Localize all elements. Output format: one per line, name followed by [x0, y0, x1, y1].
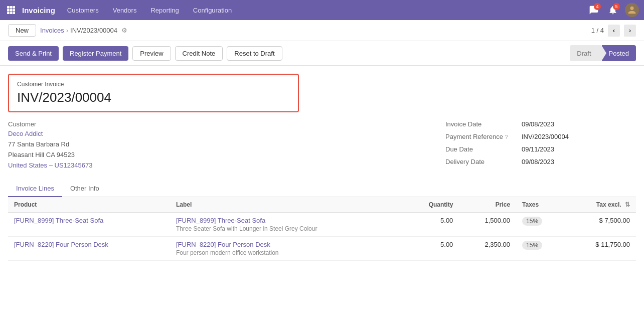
settings-icon[interactable]: ⚙	[121, 27, 127, 34]
invoice-number: INV/2023/00004	[17, 90, 290, 105]
menu-customers[interactable]: Customers	[65, 6, 101, 15]
due-date-row: Due Date 09/11/2023	[445, 145, 636, 153]
svg-rect-2	[13, 6, 15, 9]
row1-price: 1,500.00	[459, 213, 516, 237]
row2-tax-badge: 15%	[522, 241, 542, 250]
row2-price: 2,350.00	[459, 237, 516, 261]
sort-icon[interactable]: ⇅	[625, 201, 630, 208]
pagination: 1 / 4 ‹ ›	[591, 25, 636, 37]
row1-product-link[interactable]: [FURN_8999] Three-Seat Sofa	[14, 217, 103, 224]
row1-tax: 15%	[516, 213, 565, 237]
pagination-next[interactable]: ›	[624, 25, 636, 37]
svg-rect-6	[7, 12, 10, 14]
user-avatar[interactable]	[625, 3, 639, 17]
tab-other-info[interactable]: Other Info	[62, 181, 107, 197]
invoice-type-label: Customer Invoice	[17, 81, 290, 88]
svg-rect-7	[10, 12, 13, 14]
breadcrumb: Invoices › INV/2023/00004 ⚙	[40, 27, 127, 34]
payment-ref-label: Payment Reference ?	[445, 133, 516, 140]
row2-label-main[interactable]: [FURN_8220] Four Person Desk	[176, 241, 398, 248]
tab-list: Invoice Lines Other Info	[8, 181, 636, 197]
due-date-label: Due Date	[445, 145, 516, 153]
app-name: Invoicing	[22, 6, 55, 15]
svg-rect-8	[13, 12, 15, 14]
payment-ref-value: INV/2023/00004	[522, 133, 569, 140]
customer-label: Customer	[8, 120, 92, 128]
right-fields: Invoice Date 09/08/2023 Payment Referenc…	[445, 120, 636, 171]
row1-label-main[interactable]: [FURN_8999] Three-Seat Sofa	[176, 217, 398, 224]
row2-product-link[interactable]: [FURN_8220] Four Person Desk	[14, 241, 108, 248]
invoice-date-row: Invoice Date 09/08/2023	[445, 120, 636, 128]
breadcrumb-left: New Invoices › INV/2023/00004 ⚙	[8, 24, 127, 37]
grid-icon[interactable]	[5, 4, 17, 16]
customer-name[interactable]: Deco Addict	[8, 130, 43, 137]
breadcrumb-current: INV/2023/00004	[70, 27, 117, 34]
svg-rect-0	[7, 6, 10, 9]
row1-quantity: 5.00	[404, 213, 459, 237]
register-payment-button[interactable]: Register Payment	[63, 46, 128, 61]
info-section: Customer Deco Addict 77 Santa Barbara Rd…	[8, 120, 636, 171]
invoice-date-label: Invoice Date	[445, 120, 516, 128]
menu-configuration[interactable]: Configuration	[191, 6, 234, 15]
reset-draft-button[interactable]: Reset to Draft	[227, 46, 282, 61]
row2-quantity: 5.00	[404, 237, 459, 261]
tabs: Invoice Lines Other Info	[8, 181, 636, 197]
payment-ref-row: Payment Reference ? INV/2023/00004	[445, 133, 636, 140]
breadcrumb-bar: New Invoices › INV/2023/00004 ⚙ 1 / 4 ‹ …	[0, 20, 644, 41]
due-date-value: 09/11/2023	[522, 145, 554, 153]
row2-tax: 15%	[516, 237, 565, 261]
row2-label: [FURN_8220] Four Person Desk Four person…	[170, 237, 404, 261]
top-menu: Customers Vendors Reporting Configuratio…	[65, 6, 587, 15]
credit-note-button[interactable]: Credit Note	[175, 46, 223, 61]
col-taxes: Taxes	[516, 197, 565, 213]
address-line1: 77 Santa Barbara Rd	[8, 139, 92, 150]
chat-notifications[interactable]: 4	[587, 3, 601, 17]
pagination-prev[interactable]: ‹	[608, 25, 620, 37]
delivery-date-label: Delivery Date	[445, 158, 516, 166]
row1-tax-excl: $ 7,500.00	[565, 213, 636, 237]
activity-badge: 5	[613, 3, 620, 10]
svg-rect-4	[10, 9, 13, 12]
status-draft[interactable]: Draft	[570, 45, 601, 61]
topnav-right: 4 5	[587, 3, 639, 17]
new-button[interactable]: New	[8, 24, 36, 37]
svg-rect-1	[10, 6, 13, 9]
invoice-header-box: Customer Invoice INV/2023/00004	[8, 74, 299, 112]
pagination-text: 1 / 4	[591, 27, 604, 34]
tab-invoice-lines[interactable]: Invoice Lines	[8, 181, 62, 197]
table-row: [FURN_8999] Three-Seat Sofa [FURN_8999] …	[8, 213, 636, 237]
breadcrumb-separator: ›	[66, 27, 68, 34]
col-quantity: Quantity	[404, 197, 459, 213]
toolbar: Send & Print Register Payment Preview Cr…	[0, 41, 644, 66]
col-product: Product	[8, 197, 170, 213]
status-posted[interactable]: Posted	[602, 45, 636, 61]
status-pipeline: Draft Posted	[570, 45, 636, 61]
col-tax-excl: Tax excl. ⇅	[565, 197, 636, 213]
activity-notifications[interactable]: 5	[606, 3, 620, 17]
delivery-date-value: 09/08/2023	[522, 158, 554, 166]
breadcrumb-parent[interactable]: Invoices	[40, 27, 64, 34]
payment-ref-help[interactable]: ?	[505, 134, 508, 140]
table-row: [FURN_8220] Four Person Desk [FURN_8220]…	[8, 237, 636, 261]
svg-rect-5	[13, 9, 15, 12]
row1-label-desc: Three Seater Sofa with Lounger in Steel …	[176, 225, 398, 232]
address-line2: Pleasant Hill CA 94523	[8, 150, 92, 160]
customer-address: 77 Santa Barbara Rd Pleasant Hill CA 945…	[8, 139, 92, 171]
col-price: Price	[459, 197, 516, 213]
row2-tax-excl: $ 11,750.00	[565, 237, 636, 261]
row2-product: [FURN_8220] Four Person Desk	[8, 237, 170, 261]
menu-reporting[interactable]: Reporting	[148, 6, 181, 15]
row1-product: [FURN_8999] Three-Seat Sofa	[8, 213, 170, 237]
col-label: Label	[170, 197, 404, 213]
menu-vendors[interactable]: Vendors	[111, 6, 139, 15]
row1-tax-badge: 15%	[522, 217, 542, 226]
send-print-button[interactable]: Send & Print	[8, 46, 59, 61]
main-content: Customer Invoice INV/2023/00004 Customer…	[0, 66, 644, 269]
row1-label: [FURN_8999] Three-Seat Sofa Three Seater…	[170, 213, 404, 237]
invoice-table: Product Label Quantity Price Taxes Tax e…	[8, 197, 636, 261]
invoice-date-value: 09/08/2023	[522, 120, 554, 128]
address-line3[interactable]: United States – US12345673	[8, 161, 92, 169]
chat-badge: 4	[594, 3, 601, 10]
svg-rect-3	[7, 9, 10, 12]
preview-button[interactable]: Preview	[132, 46, 171, 61]
